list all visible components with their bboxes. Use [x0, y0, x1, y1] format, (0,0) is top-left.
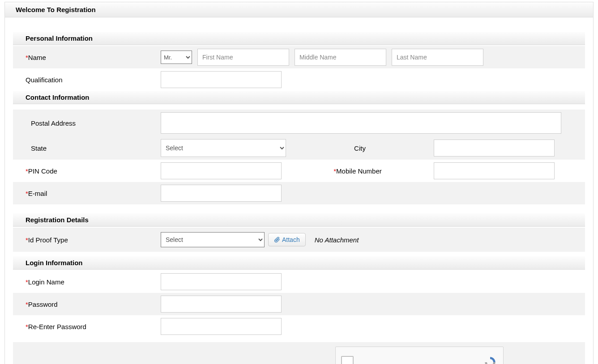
label-city: City: [286, 144, 434, 152]
city-input[interactable]: [434, 140, 555, 157]
pin-input[interactable]: [161, 162, 282, 179]
row-email: *E-mail: [13, 182, 585, 204]
repassword-input[interactable]: [161, 318, 282, 335]
label-repassword: *Re-Enter Password: [13, 323, 161, 330]
attach-label: Attach: [282, 236, 300, 243]
middle-name-input[interactable]: [295, 49, 386, 66]
email-input[interactable]: [161, 185, 282, 202]
label-login: *Login Name: [13, 278, 161, 286]
label-email: *E-mail: [13, 190, 161, 197]
recaptcha-logo-icon: [483, 356, 498, 364]
salutation-select[interactable]: Mr.: [161, 51, 192, 64]
last-name-input[interactable]: [392, 49, 483, 66]
label-state: State: [13, 144, 161, 152]
no-attachment-text: No Attachment: [315, 236, 359, 244]
row-repassword: *Re-Enter Password: [13, 315, 585, 338]
password-input[interactable]: [161, 296, 282, 313]
label-mobile: *Mobile Number: [282, 167, 434, 175]
postal-address-input[interactable]: [161, 112, 561, 134]
label-postal: Postal Address: [13, 119, 161, 127]
login-name-input[interactable]: [161, 273, 282, 290]
page-title: Welcome To Registration: [5, 2, 593, 17]
paperclip-icon: [274, 237, 280, 243]
row-login: *Login Name: [13, 271, 585, 293]
row-name: *Name Mr.: [13, 46, 585, 68]
row-idproof: *Id Proof Type Select Attach No Attachme…: [13, 228, 585, 252]
section-header-personal: Personal Information: [13, 32, 585, 45]
row-pin-mobile: *PIN Code *Mobile Number: [13, 160, 585, 182]
row-state-city: State Select City: [13, 136, 585, 160]
state-select[interactable]: Select: [161, 139, 286, 157]
idproof-select[interactable]: Select: [161, 232, 265, 247]
form-content: Personal Information *Name Mr. Qualifica…: [5, 17, 593, 364]
row-recaptcha: I'm not a robot: [13, 342, 585, 364]
label-name: *Name: [13, 54, 161, 61]
recaptcha-widget: I'm not a robot: [335, 347, 504, 364]
row-postal: Postal Address: [13, 110, 585, 136]
registration-panel: Welcome To Registration Personal Informa…: [4, 2, 594, 364]
section-header-contact: Contact Information: [13, 91, 585, 104]
qualification-input[interactable]: [161, 71, 282, 88]
mobile-input[interactable]: [434, 162, 555, 179]
label-pin: *PIN Code: [13, 167, 161, 175]
section-header-login: Login Information: [13, 256, 585, 270]
attach-button[interactable]: Attach: [268, 233, 306, 246]
section-header-registration: Registration Details: [13, 213, 585, 227]
label-idproof: *Id Proof Type: [13, 236, 161, 244]
row-qualification: Qualification: [13, 68, 585, 91]
label-qualification: Qualification: [13, 76, 161, 84]
first-name-input[interactable]: [197, 49, 289, 66]
row-password: *Password: [13, 293, 585, 315]
recaptcha-checkbox[interactable]: [341, 356, 354, 364]
label-password: *Password: [13, 301, 161, 308]
